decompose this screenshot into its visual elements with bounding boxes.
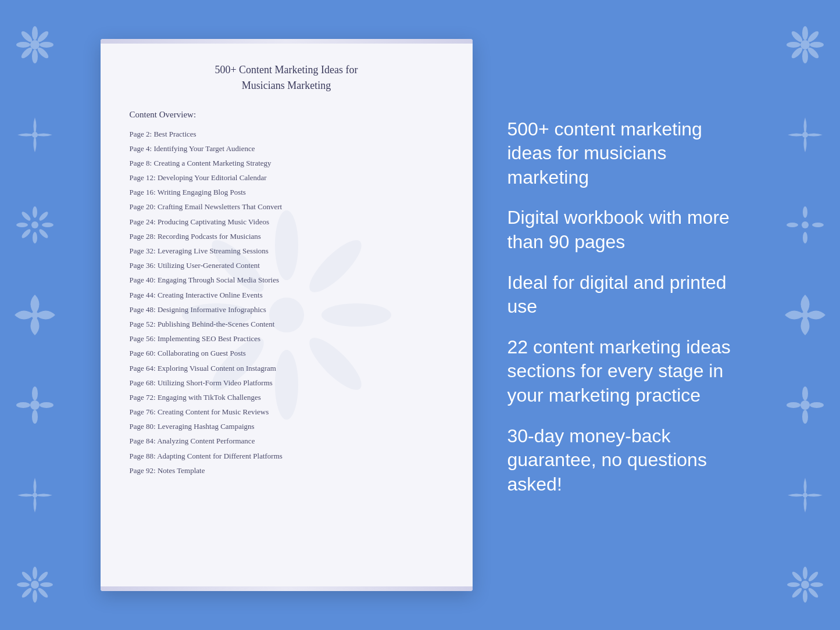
toc-page-number: Page 44:: [130, 291, 156, 299]
toc-title: Publishing Behind-the-Scenes Content: [158, 320, 274, 328]
toc-page-number: Page 20:: [130, 202, 156, 211]
toc-item: Page 28: Recording Podcasts for Musician…: [130, 229, 444, 244]
toc-item: Page 36: Utilizing User-Generated Conten…: [130, 259, 444, 273]
toc-item: Page 20: Crafting Email Newsletters That…: [130, 200, 444, 214]
toc-item: Page 24: Producing Captivating Music Vid…: [130, 214, 444, 229]
toc-page-number: Page 4:: [130, 144, 152, 153]
toc-page-number: Page 16:: [130, 188, 156, 196]
toc-item: Page 76: Creating Content for Music Revi…: [130, 405, 444, 420]
toc-page-number: Page 80:: [130, 422, 156, 431]
document-card: 500+ Content Marketing Ideas for Musicia…: [101, 39, 473, 591]
toc-title: Creating Interactive Online Events: [158, 291, 263, 299]
toc-item: Page 16: Writing Engaging Blog Posts: [130, 185, 444, 200]
doc-border-top: [101, 39, 473, 44]
toc-item: Page 80: Leveraging Hashtag Campaigns: [130, 420, 444, 434]
toc-item: Page 68: Utilizing Short-Form Video Plat…: [130, 375, 444, 390]
toc-title: Adapting Content for Different Platforms: [157, 452, 283, 460]
toc-title: Exploring Visual Content on Instagram: [158, 364, 276, 373]
document-title: 500+ Content Marketing Ideas for Musicia…: [130, 62, 444, 94]
doc-border-bottom: [101, 586, 473, 591]
toc-item: Page 56: Implementing SEO Best Practices: [130, 332, 444, 346]
toc-item: Page 44: Creating Interactive Online Eve…: [130, 288, 444, 302]
toc-page-number: Page 8:: [130, 159, 152, 167]
toc-item: Page 32: Leveraging Live Streaming Sessi…: [130, 244, 444, 259]
toc-title: Utilizing User-Generated Content: [158, 261, 260, 270]
toc-item: Page 12: Developing Your Editorial Calen…: [130, 171, 444, 185]
toc-page-number: Page 60:: [130, 349, 156, 357]
toc-item: Page 92: Notes Template: [130, 463, 444, 478]
toc-page-number: Page 72:: [130, 393, 156, 402]
feature-text-1: Digital workbook with more than 90 pages: [507, 206, 740, 254]
feature-text-0: 500+ content marketing ideas for musicia…: [507, 117, 740, 190]
toc-title: Writing Engaging Blog Posts: [158, 188, 246, 196]
toc-page-number: Page 56:: [130, 334, 156, 343]
toc-title: Developing Your Editorial Calendar: [158, 173, 267, 182]
toc-page-number: Page 64:: [130, 364, 156, 373]
main-container: 500+ Content Marketing Ideas for Musicia…: [0, 0, 840, 630]
toc-item: Page 40: Engaging Through Social Media S…: [130, 273, 444, 288]
toc-title: Analyzing Content Performance: [157, 436, 255, 445]
toc-title: Designing Informative Infographics: [158, 305, 266, 314]
toc-title: Engaging with TikTok Challenges: [158, 393, 261, 402]
toc-item: Page 60: Collaborating on Guest Posts: [130, 346, 444, 361]
toc-page-number: Page 68:: [130, 378, 156, 387]
toc-title: Best Practices: [153, 130, 196, 138]
toc-title: Notes Template: [158, 466, 205, 475]
feature-text-2: Ideal for digital and printed use: [507, 271, 740, 319]
toc-item: Page 72: Engaging with TikTok Challenges: [130, 390, 444, 405]
toc-item: Page 2: Best Practices: [130, 127, 444, 141]
toc-list: Page 2: Best PracticesPage 4: Identifyin…: [130, 127, 444, 478]
toc-item: Page 8: Creating a Content Marketing Str…: [130, 156, 444, 170]
toc-item: Page 88: Adapting Content for Different …: [130, 449, 444, 463]
toc-title: Leveraging Hashtag Campaigns: [158, 422, 255, 431]
toc-page-number: Page 36:: [130, 261, 156, 270]
toc-title: Implementing SEO Best Practices: [158, 334, 260, 343]
section-label: Content Overview:: [130, 110, 444, 120]
toc-title: Producing Captivating Music Videos: [158, 217, 269, 226]
toc-item: Page 84: Analyzing Content Performance: [130, 434, 444, 449]
toc-title: Leveraging Live Streaming Sessions: [158, 246, 269, 255]
toc-title: Collaborating on Guest Posts: [158, 349, 246, 357]
toc-page-number: Page 48:: [130, 305, 156, 314]
toc-title: Identifying Your Target Audience: [153, 144, 255, 153]
toc-item: Page 48: Designing Informative Infograph…: [130, 302, 444, 317]
right-panel: 500+ content marketing ideas for musicia…: [507, 117, 740, 513]
toc-page-number: Page 88:: [130, 452, 156, 460]
feature-text-4: 30-day money-back guarantee, no question…: [507, 424, 740, 497]
toc-page-number: Page 24:: [130, 217, 156, 226]
toc-page-number: Page 32:: [130, 246, 156, 255]
toc-page-number: Page 2:: [130, 130, 152, 138]
toc-title: Creating a Content Marketing Strategy: [153, 159, 271, 167]
toc-page-number: Page 84:: [130, 436, 156, 445]
toc-item: Page 52: Publishing Behind-the-Scenes Co…: [130, 317, 444, 331]
toc-title: Utilizing Short-Form Video Platforms: [158, 378, 273, 387]
toc-page-number: Page 40:: [130, 275, 156, 284]
toc-page-number: Page 12:: [130, 173, 156, 182]
toc-page-number: Page 76:: [130, 407, 156, 416]
toc-title: Creating Content for Music Reviews: [158, 407, 269, 416]
toc-title: Recording Podcasts for Musicians: [158, 232, 261, 241]
feature-text-3: 22 content marketing ideas sections for …: [507, 335, 740, 408]
toc-page-number: Page 92:: [130, 466, 156, 475]
toc-item: Page 64: Exploring Visual Content on Ins…: [130, 361, 444, 375]
toc-title: Crafting Email Newsletters That Convert: [158, 202, 282, 211]
toc-item: Page 4: Identifying Your Target Audience: [130, 141, 444, 156]
toc-page-number: Page 52:: [130, 320, 156, 328]
toc-page-number: Page 28:: [130, 232, 156, 241]
toc-title: Engaging Through Social Media Stories: [158, 275, 279, 284]
